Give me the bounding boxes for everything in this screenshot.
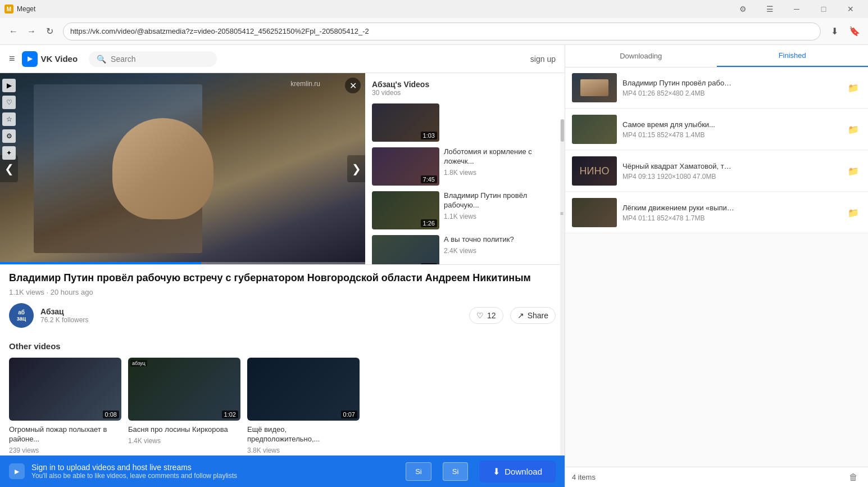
side-video-title-1: Лоботомия и кормление с ложечк... bbox=[444, 147, 533, 166]
vk-small-text: ▶ bbox=[15, 468, 19, 475]
side-panel-channel: Абзац's Videos bbox=[372, 80, 533, 89]
download-thumb-3 bbox=[572, 198, 617, 227]
app-title: Meget bbox=[17, 5, 730, 13]
download-tabs: Downloading Finished bbox=[565, 45, 868, 67]
share-icon: ↗ bbox=[517, 311, 524, 320]
close-button[interactable]: ✕ bbox=[838, 0, 864, 18]
other-videos-title: Other videos bbox=[9, 341, 556, 351]
sidebar-icon-4[interactable]: ⚙ bbox=[2, 129, 16, 143]
channel-followers: 76.2 K followers bbox=[40, 316, 462, 324]
video-info-section: Владимир Путин провёл рабочую встречу с … bbox=[0, 264, 565, 335]
side-video-item-2[interactable]: 1:26 Владимир Путин провёл рабочую... 1.… bbox=[372, 191, 533, 229]
vk-logo-text: VK Video bbox=[41, 54, 78, 64]
download-btn-icon: ⬇ bbox=[493, 466, 500, 477]
menu-button[interactable]: ☰ bbox=[757, 0, 783, 18]
download-nav-button[interactable]: ⬇ bbox=[825, 22, 843, 40]
search-input[interactable] bbox=[111, 55, 209, 64]
window-controls: ⚙ ☰ ─ □ ✕ bbox=[730, 0, 864, 18]
video-thumbnail bbox=[0, 73, 365, 264]
side-video-views-2: 1.1K views bbox=[444, 213, 533, 220]
side-video-views-3: 2.4K views bbox=[444, 247, 533, 255]
folder-icon-3: 📁 bbox=[848, 208, 859, 218]
side-video-info-1: Лоботомия и кормление с ложечк... 1.8K v… bbox=[444, 147, 533, 186]
other-thumb-2: 0:07 bbox=[247, 358, 360, 421]
download-item-3: Лёгким движением руки «выписал» всех р M… bbox=[565, 192, 868, 233]
signin-button[interactable]: Si bbox=[406, 462, 431, 481]
refresh-button[interactable]: ↻ bbox=[40, 22, 58, 40]
channel-badge: абзуц bbox=[130, 360, 147, 367]
other-thumb-0: 0:08 bbox=[9, 358, 121, 421]
folder-icon-2: 📁 bbox=[848, 166, 859, 177]
signin-button-2[interactable]: Si bbox=[443, 462, 469, 481]
other-thumb-1: абзуц 1:02 bbox=[128, 358, 240, 421]
trash-button[interactable]: 🗑 bbox=[846, 470, 861, 485]
vk-menu-icon[interactable]: ≡ bbox=[9, 53, 15, 65]
side-video-thumb-0: 1:03 bbox=[372, 103, 439, 142]
side-video-thumb-1: 7:45 bbox=[372, 147, 439, 186]
other-video-2[interactable]: 0:07 Ещё видео, предположительно,... 3.8… bbox=[247, 358, 360, 454]
download-meta-3: MP4 01:11 852×478 1.7MB bbox=[622, 214, 840, 222]
download-thumb-2: НИНО bbox=[572, 156, 617, 186]
search-icon: 🔍 bbox=[97, 55, 106, 64]
download-info-1: Самое время для улыбки... MP4 01:15 852×… bbox=[622, 120, 840, 139]
footer-items-count: 4 items bbox=[572, 473, 596, 481]
side-panel-header: Абзац's Videos 30 videos bbox=[372, 73, 533, 103]
video-player-container: kremlin.ru ✕ ❮ ❯ ▶ ♡ ☆ ⚙ ✦ bbox=[0, 73, 365, 264]
side-video-thumb-2: 1:26 bbox=[372, 191, 439, 229]
channel-info: Абзац 76.2 K followers bbox=[40, 307, 462, 324]
side-video-item-0[interactable]: 1:03 bbox=[372, 103, 533, 142]
other-duration-1: 1:02 bbox=[222, 411, 238, 418]
folder-icon-1: 📁 bbox=[848, 124, 859, 135]
signin-text-block: Sign in to upload videos and host live s… bbox=[31, 463, 399, 480]
side-video-item-1[interactable]: 7:45 Лоботомия и кормление с ложечк... 1… bbox=[372, 147, 533, 186]
download-title-2: Чёрный квадрат Хаматовой, тёмная полос bbox=[622, 162, 735, 170]
vk-search-box[interactable]: 🔍 bbox=[89, 51, 217, 67]
video-next-button[interactable]: ❯ bbox=[347, 155, 365, 182]
download-meta-0: MP4 01:26 852×480 2.4MB bbox=[622, 89, 840, 97]
browser-panel: ≡ ▶ VK Video 🔍 sign up bbox=[0, 45, 565, 487]
maximize-button[interactable]: □ bbox=[811, 0, 837, 18]
vk-small-icon: ▶ bbox=[9, 463, 25, 479]
sidebar-icon-2[interactable]: ♡ bbox=[2, 96, 16, 109]
other-videos-section: Other videos 0:08 Огромный пожар полыхае… bbox=[0, 335, 565, 456]
settings-button[interactable]: ⚙ bbox=[730, 0, 756, 18]
thumb-img-0 bbox=[572, 73, 617, 102]
download-main-button[interactable]: ⬇ Download bbox=[479, 461, 556, 483]
signin-title: Sign in to upload videos and host live s… bbox=[31, 463, 399, 472]
download-thumb-0 bbox=[572, 73, 617, 102]
video-age: 20 hours ago bbox=[51, 288, 93, 296]
sidebar-icon-3[interactable]: ☆ bbox=[2, 112, 16, 126]
sidebar-icon-1[interactable]: ▶ bbox=[2, 79, 16, 92]
back-button[interactable]: ← bbox=[4, 22, 22, 40]
side-video-item-3[interactable]: 0:56 А вы точно политик? 2.4K views bbox=[372, 235, 533, 264]
download-action-0[interactable]: 📁 bbox=[846, 80, 861, 96]
video-close-button[interactable]: ✕ bbox=[345, 78, 361, 93]
like-button[interactable]: ♡ 12 bbox=[469, 307, 503, 324]
vk-logo: ▶ VK Video bbox=[22, 51, 78, 67]
vk-logo-icon: ▶ bbox=[22, 51, 38, 67]
minimize-button[interactable]: ─ bbox=[784, 0, 810, 18]
share-button[interactable]: ↗ Share bbox=[510, 307, 556, 324]
tab-finished-label: Finished bbox=[779, 51, 806, 60]
trash-icon: 🗑 bbox=[849, 472, 858, 483]
video-player[interactable]: kremlin.ru ✕ ❮ ❯ ▶ ♡ ☆ ⚙ ✦ bbox=[0, 73, 365, 264]
download-item-0: Владимир Путин провёл рабочую встречу MP… bbox=[565, 67, 868, 109]
video-progress-bar[interactable] bbox=[0, 262, 365, 264]
other-video-0[interactable]: 0:08 Огромный пожар полыхает в районе...… bbox=[9, 358, 121, 454]
download-action-3[interactable]: 📁 bbox=[846, 205, 861, 220]
tab-finished[interactable]: Finished bbox=[717, 45, 869, 67]
other-title-2: Ещё видео, предположительно,... bbox=[247, 425, 360, 444]
signup-text[interactable]: sign up bbox=[530, 55, 556, 64]
download-action-2[interactable]: 📁 bbox=[846, 163, 861, 179]
meta-separator: · bbox=[47, 288, 51, 296]
tab-downloading[interactable]: Downloading bbox=[565, 45, 717, 67]
bookmark-button[interactable]: 🔖 bbox=[846, 22, 864, 40]
sidebar-icon-5[interactable]: ✦ bbox=[2, 146, 16, 160]
address-bar[interactable] bbox=[63, 22, 821, 40]
other-duration-0: 0:08 bbox=[103, 411, 119, 418]
side-video-info-2: Владимир Путин провёл рабочую... 1.1K vi… bbox=[444, 191, 533, 229]
other-video-1[interactable]: абзуц 1:02 Басня про лосины Киркорова 1.… bbox=[128, 358, 240, 454]
video-sidebar-icons: ▶ ♡ ☆ ⚙ ✦ bbox=[2, 79, 16, 160]
download-action-1[interactable]: 📁 bbox=[846, 121, 861, 137]
forward-button[interactable]: → bbox=[22, 22, 40, 40]
